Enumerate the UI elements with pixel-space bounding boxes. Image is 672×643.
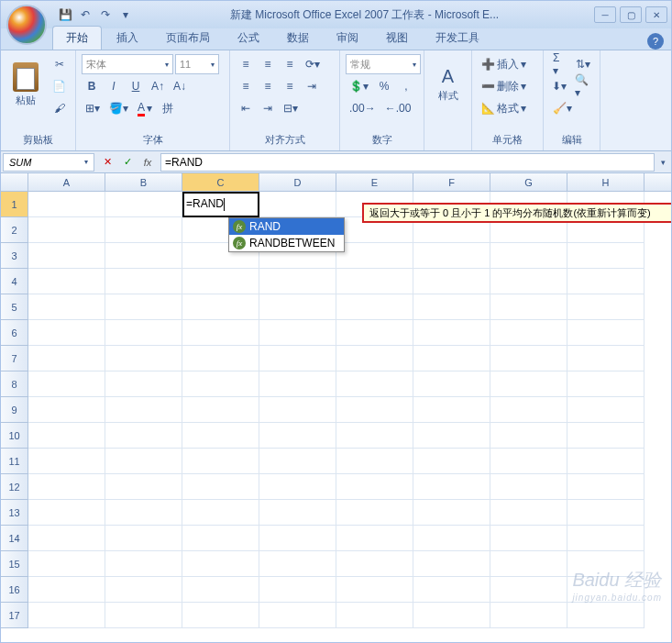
format-painter-button[interactable]: 🖌 — [49, 98, 70, 118]
help-icon[interactable]: ? — [647, 33, 664, 50]
office-button[interactable] — [6, 5, 47, 45]
cell[interactable] — [182, 449, 259, 474]
cell[interactable] — [413, 294, 490, 320]
row-header-13[interactable]: 13 — [1, 500, 28, 526]
save-icon[interactable]: 💾 — [56, 6, 74, 24]
cell[interactable] — [105, 577, 182, 603]
cell[interactable] — [105, 397, 182, 423]
cell[interactable] — [336, 397, 413, 423]
cell[interactable] — [105, 551, 182, 577]
name-box[interactable]: SUM ▾ — [3, 153, 94, 172]
cut-button[interactable]: ✂ — [49, 54, 70, 74]
increase-decimal-button[interactable]: .00→ — [346, 98, 380, 118]
cell[interactable] — [490, 320, 567, 346]
tab-view[interactable]: 视图 — [373, 27, 421, 50]
cell[interactable] — [28, 423, 105, 449]
cell[interactable] — [567, 526, 644, 551]
maximize-button[interactable]: ▢ — [620, 6, 642, 23]
underline-button[interactable]: U — [126, 76, 146, 96]
cell[interactable] — [182, 371, 259, 397]
cell[interactable] — [490, 243, 567, 269]
cell[interactable] — [490, 526, 567, 551]
cell[interactable] — [413, 269, 490, 294]
cell[interactable] — [490, 551, 567, 577]
align-left-button[interactable]: ≡ — [236, 76, 256, 96]
cell[interactable] — [259, 371, 336, 397]
format-cells-button[interactable]: 📐 格式 ▾ — [478, 98, 537, 118]
cells-viewport[interactable]: // rows rendered after binding below =RA… — [28, 192, 671, 628]
cell[interactable] — [413, 526, 490, 551]
find-button[interactable]: 🔍▾ — [571, 76, 594, 96]
row-header-1[interactable]: 1 — [1, 192, 28, 217]
row-header-2[interactable]: 2 — [1, 217, 28, 243]
cell[interactable] — [105, 320, 182, 346]
cell[interactable] — [28, 371, 105, 397]
cell[interactable] — [28, 320, 105, 346]
row-header-15[interactable]: 15 — [1, 551, 28, 577]
sort-filter-button[interactable]: ⇅▾ — [573, 54, 594, 74]
tab-data[interactable]: 数据 — [274, 27, 322, 50]
cell[interactable] — [336, 320, 413, 346]
col-header-g[interactable]: G — [490, 173, 567, 191]
align-top-button[interactable]: ≡ — [236, 54, 256, 74]
delete-cells-button[interactable]: ➖ 删除 ▾ — [478, 76, 537, 96]
cell[interactable] — [259, 603, 336, 628]
insert-function-button[interactable]: fx — [138, 153, 157, 172]
expand-formula-bar-icon[interactable]: ▾ — [655, 158, 671, 167]
row-header-8[interactable]: 8 — [1, 371, 28, 397]
tab-formulas[interactable]: 公式 — [225, 27, 272, 50]
cell[interactable] — [182, 551, 259, 577]
tab-layout[interactable]: 页面布局 — [153, 27, 223, 50]
col-header-a[interactable]: A — [28, 173, 105, 191]
cell[interactable] — [336, 423, 413, 449]
select-all-corner[interactable] — [1, 173, 28, 191]
row-header-12[interactable]: 12 — [1, 474, 28, 500]
row-header-10[interactable]: 10 — [1, 423, 28, 449]
col-header-e[interactable]: E — [336, 173, 413, 191]
cell[interactable] — [105, 269, 182, 294]
increase-indent-button[interactable]: ⇥ — [258, 98, 278, 118]
cell[interactable] — [259, 269, 336, 294]
row-header-6[interactable]: 6 — [1, 320, 28, 346]
cell[interactable] — [105, 449, 182, 474]
wrap-text-button[interactable]: ⇥ — [302, 76, 322, 96]
row-header-16[interactable]: 16 — [1, 577, 28, 603]
cell[interactable] — [490, 397, 567, 423]
cell[interactable] — [28, 397, 105, 423]
col-header-b[interactable]: B — [105, 173, 182, 191]
currency-button[interactable]: 💲▾ — [346, 76, 372, 96]
cell[interactable] — [259, 526, 336, 551]
bold-button[interactable]: B — [82, 76, 102, 96]
cell[interactable] — [259, 346, 336, 371]
cell[interactable] — [259, 500, 336, 526]
redo-icon[interactable]: ↷ — [96, 6, 115, 24]
cell[interactable] — [182, 500, 259, 526]
cell[interactable] — [567, 320, 644, 346]
orientation-button[interactable]: ⟳▾ — [302, 54, 324, 74]
styles-button[interactable]: A 样式 — [430, 54, 466, 115]
cell[interactable] — [413, 346, 490, 371]
cell[interactable] — [567, 397, 644, 423]
cell[interactable] — [182, 474, 259, 500]
cell[interactable] — [182, 320, 259, 346]
cell[interactable] — [490, 577, 567, 603]
fill-button[interactable]: ⬇▾ — [549, 76, 569, 96]
cell[interactable] — [28, 500, 105, 526]
cell[interactable] — [259, 474, 336, 500]
autosum-button[interactable]: Σ ▾ — [549, 54, 571, 74]
cell[interactable] — [336, 371, 413, 397]
cell[interactable] — [259, 423, 336, 449]
cell[interactable] — [182, 603, 259, 628]
cell[interactable] — [28, 192, 105, 217]
cell[interactable] — [567, 500, 644, 526]
cell[interactable] — [413, 397, 490, 423]
tab-developer[interactable]: 开发工具 — [423, 27, 492, 50]
cell[interactable] — [567, 474, 644, 500]
cell[interactable] — [28, 269, 105, 294]
undo-icon[interactable]: ↶ — [76, 6, 94, 24]
cell[interactable] — [182, 526, 259, 551]
cell[interactable] — [105, 294, 182, 320]
cell[interactable] — [259, 320, 336, 346]
cell[interactable] — [336, 269, 413, 294]
cell[interactable] — [490, 269, 567, 294]
